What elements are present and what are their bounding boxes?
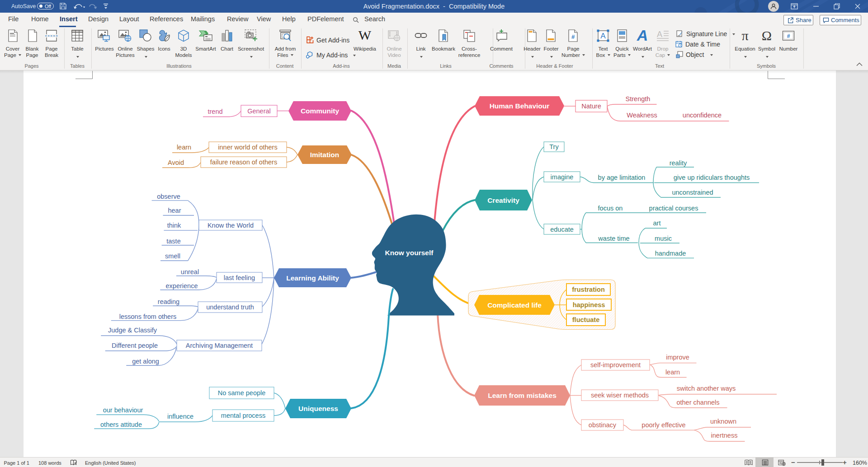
svg-text:#: # <box>787 33 790 39</box>
svg-text:get along: get along <box>132 358 159 365</box>
svg-text:poorly effective: poorly effective <box>642 421 685 429</box>
svg-text:reality: reality <box>670 159 687 167</box>
svg-text:happiness: happiness <box>573 301 605 308</box>
svg-text:reading: reading <box>158 298 179 305</box>
svg-text:Try: Try <box>549 143 559 150</box>
svg-text:#: # <box>571 33 575 40</box>
svg-text:Learn from mistakes: Learn from mistakes <box>488 392 557 399</box>
svg-text:other channels: other channels <box>676 399 719 406</box>
svg-text:learn: learn <box>177 144 191 151</box>
svg-text:waste time: waste time <box>598 235 629 242</box>
svg-text:practical courses: practical courses <box>649 205 698 212</box>
svg-text:fluctuate: fluctuate <box>572 316 599 323</box>
svg-text:self-improvement: self-improvement <box>590 361 641 369</box>
svg-text:others attitude: others attitude <box>100 421 142 428</box>
svg-text:Archiving Management: Archiving Management <box>186 342 253 349</box>
svg-text:W: W <box>359 29 372 42</box>
svg-text:inner world of others: inner world of others <box>218 144 277 151</box>
svg-text:Different people: Different people <box>112 342 158 349</box>
svg-text:Learning Ability: Learning Ability <box>286 274 339 282</box>
svg-text:lessons from others: lessons from others <box>119 313 177 320</box>
svg-text:unknown: unknown <box>710 418 736 425</box>
svg-text:A: A <box>657 30 662 39</box>
svg-text:Community: Community <box>301 107 340 115</box>
svg-text:A: A <box>637 29 648 42</box>
svg-text:Imitation: Imitation <box>310 151 340 159</box>
svg-text:trend: trend <box>208 108 222 115</box>
svg-text:switch another ways: switch another ways <box>677 385 736 392</box>
svg-text:Creativity: Creativity <box>487 196 519 204</box>
svg-text:our behaviour: our behaviour <box>103 406 143 414</box>
svg-text:frustration: frustration <box>572 286 605 293</box>
svg-text:Ω: Ω <box>762 29 772 42</box>
svg-text:learn: learn <box>665 369 680 376</box>
svg-text:hear: hear <box>168 207 181 214</box>
svg-text:educate: educate <box>550 226 574 233</box>
svg-text:understand truth: understand truth <box>206 304 254 311</box>
svg-text:Nature: Nature <box>581 103 601 110</box>
svg-text:handmade: handmade <box>655 250 686 257</box>
svg-text:Complicated life: Complicated life <box>487 301 542 309</box>
svg-text:obstinacy: obstinacy <box>589 421 617 429</box>
svg-text:influence: influence <box>167 413 193 420</box>
svg-text:mental process: mental process <box>221 412 265 419</box>
svg-text:art: art <box>653 219 661 227</box>
svg-text:Know the World: Know the World <box>208 222 254 229</box>
svg-text:think: think <box>167 222 181 229</box>
svg-text:music: music <box>655 235 672 242</box>
svg-text:improve: improve <box>666 354 689 361</box>
svg-text:unconstrained: unconstrained <box>672 189 713 196</box>
svg-text:unreal: unreal <box>181 268 199 276</box>
svg-text:Judge & Classify: Judge & Classify <box>108 327 157 334</box>
svg-text:experience: experience <box>166 282 198 290</box>
svg-text:observe: observe <box>157 193 180 200</box>
svg-text:Uniqueness: Uniqueness <box>298 405 338 412</box>
svg-text:seek wiser methods: seek wiser methods <box>591 392 649 399</box>
svg-text:last feeling: last feeling <box>224 274 255 281</box>
svg-text:Know yourself: Know yourself <box>385 249 434 257</box>
svg-text:No same people: No same people <box>218 389 266 397</box>
svg-text:Weakness: Weakness <box>627 112 657 119</box>
svg-text:Strength: Strength <box>626 95 651 103</box>
svg-text:focus on: focus on <box>598 205 623 212</box>
svg-text:by age limitation: by age limitation <box>598 174 646 181</box>
svg-text:unconfidence: unconfidence <box>683 112 722 119</box>
svg-text:Avoid: Avoid <box>168 159 184 166</box>
svg-text:give up ridiculars thoughts: give up ridiculars thoughts <box>674 174 750 181</box>
svg-text:General: General <box>247 107 271 115</box>
svg-text:failure reason of others: failure reason of others <box>210 159 277 166</box>
svg-text:imagine: imagine <box>551 173 574 181</box>
svg-text:A: A <box>600 32 606 40</box>
svg-text:inertness: inertness <box>711 432 738 439</box>
svg-text:taste: taste <box>166 238 180 245</box>
svg-text:smell: smell <box>165 252 180 260</box>
svg-text:π: π <box>741 29 748 42</box>
svg-text:Human Behaviour: Human Behaviour <box>490 102 550 110</box>
